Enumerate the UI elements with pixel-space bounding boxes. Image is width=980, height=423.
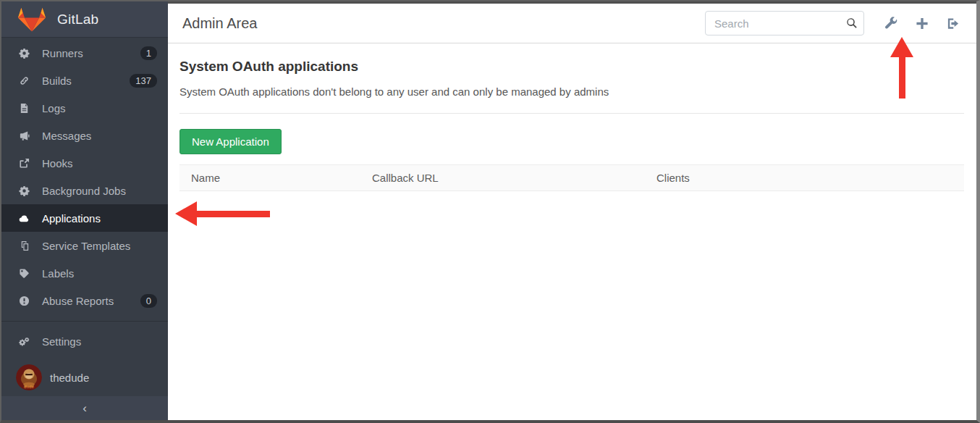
red-arrow-up-head — [890, 37, 913, 57]
sidebar-item-label: Runners — [42, 47, 140, 59]
plus-icon[interactable] — [914, 16, 929, 30]
sidebar-item-label: Service Templates — [42, 240, 157, 252]
user-avatar: dude — [16, 364, 42, 390]
sidebar-spacer — [1, 390, 168, 396]
sidebar-item-label: Logs — [42, 102, 157, 114]
search-input[interactable] — [705, 11, 864, 35]
sidebar-item-applications[interactable]: Applications — [1, 204, 168, 232]
page-title: Admin Area — [182, 15, 257, 32]
search-icon[interactable] — [845, 17, 858, 29]
file-icon — [18, 102, 30, 114]
brand-name: GitLab — [57, 12, 98, 28]
red-arrow-left-stem — [197, 211, 270, 217]
sidebar-item-label: Abuse Reports — [42, 295, 140, 307]
topbar-icons — [883, 16, 963, 30]
sidebar-item-label: Settings — [42, 335, 157, 348]
gitlab-admin-app: GitLab Runners 1 Builds 137 Logs Message… — [1, 1, 976, 420]
count-badge: 0 — [140, 294, 157, 308]
search-box — [705, 11, 864, 35]
sidebar-item-logs[interactable]: Logs — [1, 94, 168, 122]
chevron-left-icon: ‹ — [83, 401, 87, 416]
sidebar-item-hooks[interactable]: Hooks — [1, 149, 168, 177]
link-icon — [18, 75, 30, 86]
sidebar-item-runners[interactable]: Runners 1 — [1, 39, 168, 67]
bullhorn-icon — [18, 130, 30, 141]
main-area: Admin Area System OAuth applications Sys… — [168, 1, 976, 420]
count-badge: 137 — [130, 74, 157, 88]
external-link-icon — [18, 157, 30, 169]
section-description: System OAuth applications don't belong t… — [179, 85, 964, 98]
sidebar-item-label: Labels — [42, 267, 157, 280]
sidebar: GitLab Runners 1 Builds 137 Logs Message… — [1, 1, 168, 420]
sidebar-item-abuse-reports[interactable]: Abuse Reports 0 — [1, 287, 168, 314]
gear-icon — [18, 47, 30, 59]
red-arrow-up — [890, 37, 913, 99]
copy-icon — [18, 240, 30, 251]
column-header-name: Name — [179, 172, 360, 184]
count-badge: 1 — [140, 46, 157, 60]
sidebar-header[interactable]: GitLab — [1, 1, 168, 38]
red-arrow-left — [175, 201, 270, 226]
gitlab-tanuki-icon — [17, 7, 46, 33]
column-header-clients: Clients — [645, 172, 964, 184]
sign-out-icon[interactable] — [945, 16, 960, 30]
user-name: thedude — [50, 372, 89, 384]
sidebar-item-label: Hooks — [42, 157, 157, 169]
sidebar-nav: Runners 1 Builds 137 Logs Messages Hooks… — [1, 38, 168, 314]
red-arrow-up-stem — [899, 57, 905, 99]
sidebar-item-messages[interactable]: Messages — [1, 122, 168, 149]
sidebar-collapse-button[interactable]: ‹ — [1, 396, 168, 420]
section-divider — [179, 113, 964, 114]
section-heading: System OAuth applications — [179, 59, 964, 75]
cog-icon — [18, 185, 30, 196]
svg-text:dude: dude — [24, 385, 34, 389]
screenshot-frame: GitLab Runners 1 Builds 137 Logs Message… — [0, 0, 980, 423]
sidebar-item-builds[interactable]: Builds 137 — [1, 67, 168, 94]
red-arrow-left-head — [175, 201, 197, 226]
wrench-icon[interactable] — [883, 16, 898, 30]
sidebar-item-label: Messages — [42, 130, 157, 142]
column-header-callback-url: Callback URL — [360, 172, 645, 184]
sidebar-divider — [1, 321, 168, 322]
sidebar-item-label: Background Jobs — [42, 185, 157, 197]
tag-icon — [18, 267, 30, 279]
exclamation-circle-icon — [18, 295, 30, 306]
sidebar-item-labels[interactable]: Labels — [1, 259, 168, 287]
new-application-button[interactable]: New Application — [179, 129, 282, 154]
sidebar-user[interactable]: dude thedude — [1, 364, 168, 390]
sidebar-item-label: Applications — [42, 212, 157, 225]
sidebar-item-label: Builds — [42, 75, 130, 87]
applications-table-header: NameCallback URLClients — [179, 164, 964, 191]
sidebar-item-background-jobs[interactable]: Background Jobs — [1, 177, 168, 204]
cloud-icon — [18, 212, 30, 224]
sidebar-item-service-templates[interactable]: Service Templates — [1, 232, 168, 259]
content: System OAuth applications System OAuth a… — [168, 43, 976, 191]
sidebar-item-settings[interactable]: Settings — [1, 327, 168, 355]
topbar: Admin Area — [168, 4, 976, 43]
gears-icon — [18, 335, 30, 347]
